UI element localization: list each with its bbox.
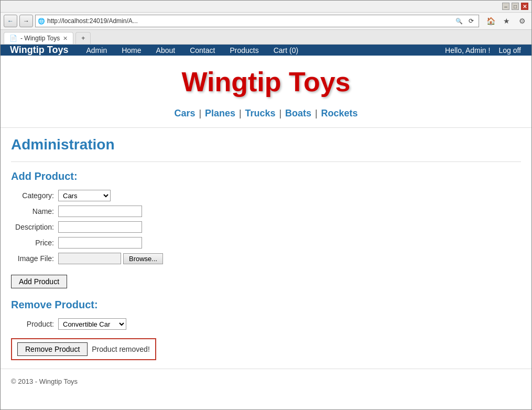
description-input[interactable] [58,221,142,233]
category-planes[interactable]: Planes [205,108,235,118]
category-trucks[interactable]: Trucks [245,108,275,118]
image-label: Image File: [11,254,58,263]
navbar-brand[interactable]: Wingtip Toys [6,45,79,56]
description-row: Description: [11,221,521,233]
refresh-icon[interactable]: ⟳ [466,16,476,26]
section-divider [11,161,521,162]
price-input[interactable] [58,237,142,249]
nav-link-contact[interactable]: Contact [182,45,222,56]
greeting-text: Hello, Admin ! [445,46,490,55]
category-row: Category: Cars Planes Trucks Boats Rocke… [11,190,521,201]
price-row: Price: [11,237,521,249]
add-product-row: Add Product [11,269,521,288]
add-section-title: Add Product: [11,170,521,182]
main-content: Wingtip Toys Cars | Planes | Trucks | Bo… [1,56,531,409]
logoff-link[interactable]: Log off [498,46,521,55]
admin-section: Administration Add Product: Category: Ca… [1,128,531,369]
category-label: Category: [11,191,58,200]
page-logo: Wingtip Toys [1,66,531,98]
minimize-button[interactable]: – [502,3,509,10]
browser-toolbar: ← → 🌐 http://localhost:24019/Admin/A... … [1,13,531,30]
category-links: Cars | Planes | Trucks | Boats | Rockets [1,103,531,128]
remove-section: Remove Product: Product: Convertible Car… [11,299,521,360]
active-tab[interactable]: 📄 - Wingtip Toys ✕ [4,32,73,44]
sep-4: | [315,108,318,118]
remove-confirmation-box: Remove Product Product removed! [11,338,156,360]
footer-text: © 2013 - Wingtip Toys [11,377,78,385]
category-rockets[interactable]: Rockets [321,108,357,118]
add-product-button[interactable]: Add Product [11,275,67,288]
name-input[interactable] [58,206,142,217]
product-row: Product: Convertible Car [11,318,521,330]
name-row: Name: [11,206,521,217]
maximize-button[interactable]: □ [512,3,519,10]
new-tab[interactable]: + [75,32,91,44]
nav-link-admin[interactable]: Admin [79,45,115,56]
navbar-right: Hello, Admin ! Log off [445,45,526,56]
price-label: Price: [11,239,58,247]
product-select[interactable]: Convertible Car [58,318,126,330]
sep-2: | [239,108,242,118]
search-icon[interactable]: 🔍 [454,16,464,26]
sep-1: | [199,108,201,118]
navbar: Wingtip Toys Admin Home About Contact Pr… [1,45,531,56]
category-cars[interactable]: Cars [174,108,195,118]
remove-section-title: Remove Product: [11,299,521,311]
removed-message: Product removed! [92,345,150,353]
name-label: Name: [11,207,58,215]
page-header: Wingtip Toys [1,56,531,103]
remove-product-button[interactable]: Remove Product [17,342,88,356]
nav-link-about[interactable]: About [149,45,183,56]
address-bar[interactable]: 🌐 http://localhost:24019/Admin/A... 🔍 ⟳ [35,15,479,27]
sep-3: | [279,108,281,118]
category-select[interactable]: Cars Planes Trucks Boats Rockets [58,190,111,201]
browser-titlebar: – □ ✕ [1,1,531,13]
browser-icons: 🏠 ★ ⚙ [484,15,528,27]
settings-icon[interactable]: ⚙ [516,15,528,27]
nav-link-products[interactable]: Products [222,45,266,56]
address-icon: 🌐 [38,18,45,25]
image-file-input[interactable] [58,253,121,264]
page-footer: © 2013 - Wingtip Toys [1,369,531,394]
admin-title: Administration [11,136,521,153]
tab-icon: 📄 [9,35,17,42]
tab-bar: 📄 - Wingtip Toys ✕ + [1,30,531,45]
browse-button[interactable]: Browse... [123,253,163,264]
home-icon[interactable]: 🏠 [484,15,497,27]
forward-button[interactable]: → [19,15,33,27]
back-button[interactable]: ← [4,15,17,27]
product-label: Product: [11,320,58,328]
tab-title: - Wingtip Toys [20,35,60,42]
navbar-links: Admin Home About Contact Products Cart (… [79,45,306,56]
close-button[interactable]: ✕ [521,3,528,10]
description-label: Description: [11,223,58,231]
favorites-icon[interactable]: ★ [500,15,513,27]
tab-close-icon[interactable]: ✕ [63,35,68,42]
category-boats[interactable]: Boats [285,108,311,118]
nav-link-cart[interactable]: Cart (0) [266,45,306,56]
address-text: http://localhost:24019/Admin/A... [47,17,452,25]
browser-content: Wingtip Toys Admin Home About Contact Pr… [1,45,531,409]
nav-link-home[interactable]: Home [114,45,148,56]
image-row: Image File: Browse... [11,253,521,264]
app-window: – □ ✕ ← → 🌐 http://localhost:24019/Admin… [0,0,532,410]
